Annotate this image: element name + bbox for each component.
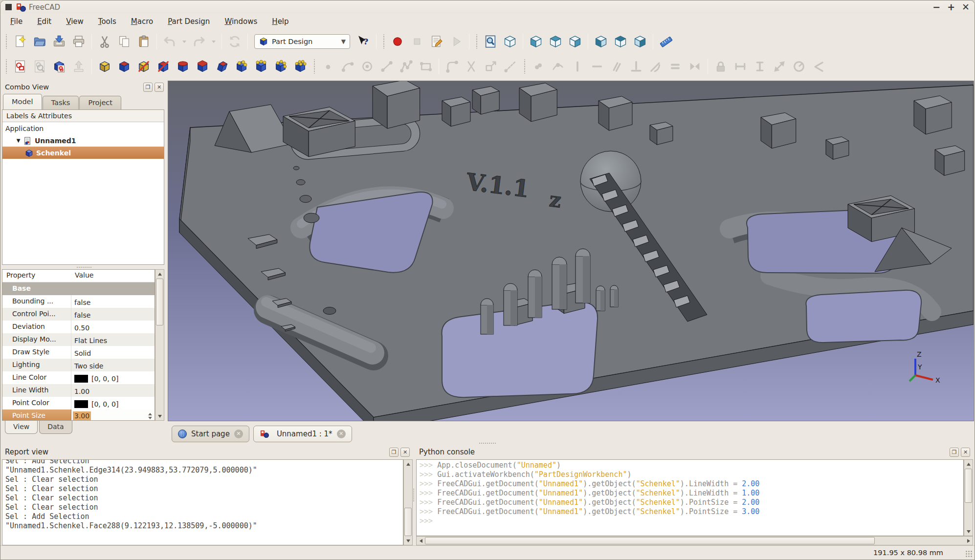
view-axonometric-button[interactable] [501, 32, 519, 51]
toolbar-drag-handle[interactable] [522, 59, 527, 74]
report-log[interactable]: Sel : Add Selection"Unnamed1.Schenkel.Ed… [2, 459, 403, 545]
property-row-point-size[interactable]: Point Size3.00 [2, 409, 155, 421]
fillet-button[interactable] [174, 57, 192, 76]
menu-windows[interactable]: Windows [218, 15, 264, 28]
title-bar[interactable]: FreeCAD − + ✕ [0, 0, 975, 14]
new-sketch-button[interactable] [11, 57, 29, 76]
panel-splitter[interactable] [2, 265, 166, 269]
pocket-button[interactable] [115, 57, 133, 76]
constraint-point-on-object-button[interactable] [549, 57, 567, 76]
menu-part-design[interactable]: Part Design [161, 15, 217, 28]
draft-button[interactable] [213, 57, 231, 76]
new-file-button[interactable] [11, 32, 29, 51]
tree-item-unnamed1[interactable]: ▼Unnamed1 [2, 134, 164, 147]
sketch-trim-button[interactable] [462, 57, 481, 76]
property-row-base[interactable]: Base [2, 282, 155, 295]
workbench-selector[interactable]: Part Design▼ [254, 34, 350, 49]
multitransform-button[interactable] [291, 57, 310, 76]
close-tab-icon[interactable]: ✕ [234, 430, 243, 438]
close-tab-icon[interactable]: ✕ [337, 430, 346, 438]
cut-button[interactable] [95, 32, 114, 51]
redo-button[interactable] [190, 32, 208, 51]
menu-view[interactable]: View [59, 15, 90, 28]
python-log[interactable]: >>> App.closeDocument("Unnamed")>>> Gui.… [416, 459, 964, 536]
property-editor[interactable]: Property Value BaseBounding ...falseCont… [2, 269, 155, 421]
sketch-circle-button[interactable] [358, 57, 377, 76]
sketch-arc-button[interactable] [338, 57, 357, 76]
macro-execute-button[interactable] [447, 32, 465, 51]
toolbar-drag-handle[interactable] [474, 34, 479, 49]
menu-help[interactable]: Help [265, 15, 295, 28]
constraint-radius-button[interactable] [790, 57, 808, 76]
expander-icon[interactable]: ▼ [15, 138, 22, 143]
minimize-button[interactable]: − [932, 2, 940, 12]
tree-item-application[interactable]: Application [2, 122, 164, 134]
float-panel-icon[interactable]: ❐ [389, 448, 399, 457]
bottom-splitter[interactable] [0, 441, 975, 445]
property-row-point-color[interactable]: Point Color[0, 0, 0] [2, 397, 155, 409]
3d-viewport[interactable]: V.1.1z Z X Y [168, 81, 974, 421]
property-row-control-poi[interactable]: Control Poi...false [2, 308, 155, 321]
copy-button[interactable] [115, 32, 133, 51]
constraint-angle-button[interactable] [809, 57, 828, 76]
sketch-rectangle-button[interactable] [417, 57, 435, 76]
tab-start-page[interactable]: Start page ✕ [172, 426, 249, 442]
property-row-draw-style[interactable]: Draw StyleSolid [2, 346, 155, 359]
view-bottom-button[interactable] [611, 32, 630, 51]
python-hscrollbar[interactable] [416, 536, 973, 545]
tree-item-schenkel[interactable]: Schenkel [2, 147, 164, 159]
sketch-point-button[interactable] [319, 57, 337, 76]
sketch-fillet-button[interactable] [443, 57, 461, 76]
constraint-coincident-button[interactable] [529, 57, 548, 76]
redo-more-button[interactable] [209, 32, 218, 51]
measure-distance-button[interactable] [657, 32, 675, 51]
view-right-button[interactable] [566, 32, 584, 51]
constraint-perpendicular-button[interactable] [627, 57, 645, 76]
property-row-deviation[interactable]: Deviation0.50 [2, 321, 155, 333]
property-row-line-color[interactable]: Line Color[0, 0, 0] [2, 371, 155, 384]
toolbar-drag-handle[interactable] [312, 59, 316, 74]
close-panel-icon[interactable]: ✕ [961, 448, 970, 457]
sketch-external-button[interactable] [482, 57, 500, 76]
sketch-construction-button[interactable] [501, 57, 520, 76]
toolbar-drag-handle[interactable] [4, 59, 8, 74]
constraint-parallel-button[interactable] [607, 57, 626, 76]
sketch-line-button[interactable] [377, 57, 396, 76]
toolbar-drag-handle[interactable] [381, 34, 386, 49]
pad-button[interactable] [95, 57, 114, 76]
linear-pattern-button[interactable] [252, 57, 270, 76]
undo-button[interactable] [160, 32, 179, 51]
constraint-horizontal-distance-button[interactable] [731, 57, 750, 76]
paste-button[interactable] [134, 32, 153, 51]
view-front-button[interactable] [527, 32, 545, 51]
view-sketch-button[interactable] [30, 57, 49, 76]
open-button[interactable] [30, 32, 49, 51]
property-scrollbar[interactable] [155, 269, 164, 421]
property-row-lighting[interactable]: LightingTwo side [2, 359, 155, 371]
chamfer-button[interactable] [193, 57, 212, 76]
leave-sketch-button[interactable] [69, 57, 88, 76]
window-menu-icon[interactable] [5, 4, 12, 10]
revolution-button[interactable] [134, 57, 153, 76]
tab-tasks[interactable]: Tasks [43, 96, 79, 109]
python-vscrollbar[interactable] [964, 459, 973, 536]
tab-view[interactable]: View [5, 421, 38, 434]
close-button[interactable]: ✕ [962, 2, 970, 12]
fit-all-button[interactable] [481, 32, 500, 51]
macro-stop-button[interactable] [408, 32, 426, 51]
menu-tools[interactable]: Tools [91, 15, 123, 28]
report-scrollbar[interactable] [403, 459, 413, 545]
tab-model[interactable]: Model [3, 94, 42, 109]
macro-edit-button[interactable] [427, 32, 446, 51]
view-rear-button[interactable] [592, 32, 610, 51]
print-button[interactable] [69, 32, 88, 51]
toolbar-drag-handle[interactable] [4, 34, 8, 49]
macro-record-button[interactable] [388, 32, 407, 51]
resize-grip[interactable] [965, 550, 973, 558]
constraint-equal-button[interactable] [666, 57, 685, 76]
map-sketch-button[interactable] [50, 57, 68, 76]
tab-project[interactable]: Project [79, 96, 121, 109]
save-button[interactable] [50, 32, 68, 51]
view-left-button[interactable] [631, 32, 649, 51]
refresh-button[interactable] [225, 32, 244, 51]
